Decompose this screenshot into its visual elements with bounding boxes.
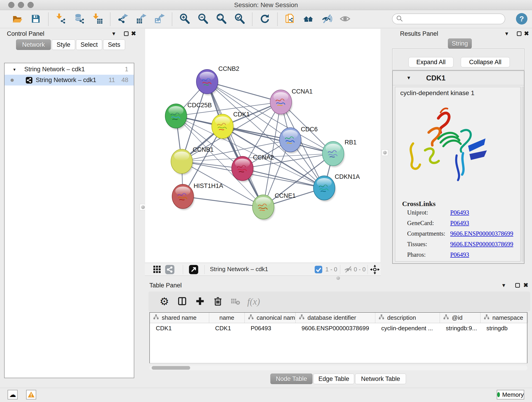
node-CCNB2[interactable]: CCNB2: [196, 65, 239, 95]
zoom-out-button[interactable]: [196, 13, 209, 26]
tab-string[interactable]: String: [448, 38, 472, 49]
columns-button[interactable]: [176, 295, 189, 308]
search-input[interactable]: [406, 15, 501, 22]
table-panel: Table Panel ▾ ✖ ⚙f(x) shared namenamecan…: [145, 280, 532, 388]
table-hscrollbar[interactable]: [149, 365, 527, 370]
add-button[interactable]: [194, 295, 206, 308]
node-CDKN1A[interactable]: CDKN1A: [313, 173, 360, 201]
table-settings-button[interactable]: ⚙: [158, 295, 171, 308]
grid-view-icon[interactable]: [152, 265, 162, 275]
node-CCNA2[interactable]: CCNA2: [232, 154, 274, 182]
collapse-all-button[interactable]: Collapse All: [461, 57, 510, 67]
delete-button[interactable]: [211, 295, 224, 308]
node-RB1[interactable]: RB1: [322, 139, 357, 167]
tab-network-table[interactable]: Network Table: [355, 374, 406, 384]
results-menu-icon[interactable]: ▾: [505, 30, 508, 37]
column-header--id[interactable]: @id: [440, 313, 481, 323]
cell--id[interactable]: stringdb:9...: [440, 323, 481, 333]
tab-network[interactable]: Network: [16, 39, 51, 50]
tab-style[interactable]: Style: [52, 39, 75, 50]
expand-all-button[interactable]: Expand All: [409, 57, 453, 67]
import-table-button[interactable]: [91, 13, 104, 26]
table-row[interactable]: CDK1CDK1P064939606.ENSP00000378699cyclin…: [150, 323, 527, 333]
tab-sets[interactable]: Sets: [103, 39, 125, 50]
delete-table-button[interactable]: [229, 295, 242, 308]
column-header-canonical-name[interactable]: canonical name: [245, 313, 296, 323]
first-neighbors-button[interactable]: [302, 13, 315, 26]
splitter-grip[interactable]: [336, 276, 340, 280]
crosslink-value-link[interactable]: P06493: [450, 209, 469, 216]
node-CDC25B[interactable]: CDC25B: [165, 102, 212, 129]
tab-node-table[interactable]: Node Table: [270, 374, 312, 384]
table-close-icon[interactable]: ✖: [523, 281, 528, 289]
export-network-button[interactable]: [116, 13, 129, 26]
export-table-button[interactable]: [135, 13, 147, 26]
network-from-selection-button[interactable]: [284, 13, 297, 26]
warning-button[interactable]: [26, 390, 36, 400]
network-collection-row[interactable]: ▾ String Network – cdk1 1: [5, 64, 134, 75]
crosslink-value-link[interactable]: 9606.ENSP00000378699: [450, 241, 513, 248]
network-canvas[interactable]: CCNB2 CCNA1 CDC25B CDK1 CDC6 RB1 CCNB1 C…: [145, 28, 381, 263]
network-row-selected[interactable]: String Network – cdk1 11 48: [5, 75, 134, 85]
cell-shared-name[interactable]: CDK1: [150, 323, 209, 333]
node-CCNA1[interactable]: CCNA1: [270, 88, 313, 115]
search-box[interactable]: [392, 13, 505, 24]
cell-database-identifier[interactable]: 9606.ENSP00000378699: [296, 323, 375, 333]
crosslink-value-link[interactable]: 9606.ENSP00000378699: [450, 230, 513, 237]
table-menu-icon[interactable]: ▾: [502, 281, 505, 289]
save-session-button[interactable]: [29, 13, 42, 26]
import-network-button[interactable]: [55, 13, 67, 26]
column-header-database-identifier[interactable]: database identifier: [296, 313, 375, 323]
node-CDC6[interactable]: CDC6: [279, 126, 318, 153]
table-float-icon[interactable]: [515, 282, 520, 289]
crosslink-value-link[interactable]: P06493: [450, 220, 469, 227]
help-button[interactable]: ?: [516, 13, 527, 25]
node-CCNB1[interactable]: CCNB1: [171, 146, 214, 175]
tab-select[interactable]: Select: [76, 39, 102, 50]
column-header-name[interactable]: name: [209, 313, 245, 323]
results-scrollbar[interactable]: [522, 87, 524, 262]
panel-menu-icon[interactable]: ▾: [112, 30, 115, 37]
cloud-button[interactable]: ☁: [7, 390, 18, 400]
export-image-button[interactable]: [153, 13, 166, 26]
horizontal-splitter[interactable]: [145, 276, 532, 280]
network-view-badge-icon[interactable]: [165, 265, 175, 275]
crosslink-value-link[interactable]: P06493: [450, 251, 469, 258]
hide-selected-button[interactable]: [320, 13, 333, 26]
node-CCNE1[interactable]: CCNE1: [253, 192, 296, 220]
cell-name[interactable]: CDK1: [209, 323, 245, 333]
refresh-button[interactable]: [259, 13, 271, 26]
import-database-button[interactable]: [73, 13, 86, 26]
zoom-in-button[interactable]: [178, 13, 191, 26]
cell-description[interactable]: cyclin-dependent ...: [375, 323, 440, 333]
panel-float-icon[interactable]: [123, 31, 129, 38]
status-bar: ☁ Memory: [0, 388, 532, 402]
column-header-namespace[interactable]: namespace: [481, 313, 528, 323]
tab-edge-table[interactable]: Edge Table: [313, 374, 354, 384]
show-all-button[interactable]: [339, 13, 351, 26]
zoom-selected-button[interactable]: [233, 13, 246, 26]
cell-namespace[interactable]: stringdb: [481, 323, 528, 333]
node-HIST1H1A[interactable]: HIST1H1A: [172, 182, 223, 210]
zoom-fit-button[interactable]: [215, 13, 228, 26]
results-close-icon[interactable]: ✖: [524, 30, 529, 37]
right-splitter-handle[interactable]: [382, 149, 388, 156]
node-CDK1[interactable]: CDK1: [212, 111, 250, 140]
function-builder-button[interactable]: f(x): [247, 295, 260, 308]
collection-expander-icon[interactable]: ▾: [13, 67, 16, 72]
crosslink-row: GeneCard: P06493: [395, 220, 520, 230]
results-float-icon[interactable]: [516, 31, 522, 38]
birdseye-view-icon[interactable]: [370, 264, 380, 275]
column-header-shared-name[interactable]: shared name: [150, 313, 209, 323]
hidden-eye-icon[interactable]: [344, 265, 353, 275]
entry-expander-icon[interactable]: ▾: [407, 75, 410, 81]
selected-checkbox-icon[interactable]: [314, 265, 323, 274]
table-hscrollbar-thumb[interactable]: [152, 366, 190, 370]
column-header-description[interactable]: description: [375, 313, 440, 323]
column-label: canonical name: [257, 314, 296, 321]
panel-close-icon[interactable]: ✖: [131, 30, 136, 37]
detach-view-icon[interactable]: [189, 265, 198, 275]
open-session-button[interactable]: [11, 13, 24, 26]
cell-canonical-name[interactable]: P06493: [245, 323, 296, 333]
memory-button[interactable]: Memory: [497, 390, 524, 400]
